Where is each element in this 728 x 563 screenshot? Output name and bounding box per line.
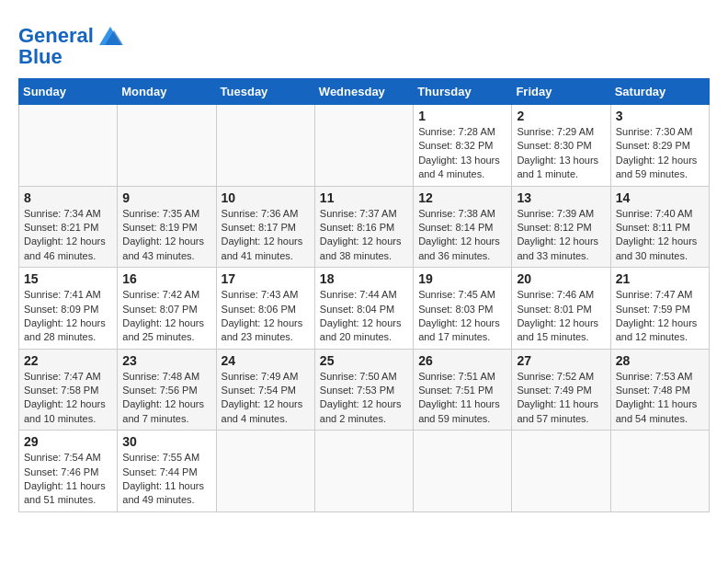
calendar-cell: 26 Sunrise: 7:51 AM Sunset: 7:51 PM Dayl… bbox=[414, 349, 512, 431]
page-header: General Blue bbox=[18, 18, 710, 69]
calendar-cell: 16 Sunrise: 7:42 AM Sunset: 8:07 PM Dayl… bbox=[118, 268, 216, 350]
day-number: 26 bbox=[418, 353, 506, 368]
day-number: 1 bbox=[418, 109, 506, 123]
logo-icon bbox=[96, 23, 125, 49]
calendar-cell bbox=[512, 431, 610, 512]
col-header-monday: Monday bbox=[118, 79, 216, 105]
calendar-row: 1 Sunrise: 7:28 AM Sunset: 8:32 PM Dayli… bbox=[19, 105, 710, 187]
day-info: Sunrise: 7:38 AM Sunset: 8:14 PM Dayligh… bbox=[418, 207, 506, 264]
calendar-row: 8 Sunrise: 7:34 AM Sunset: 8:21 PM Dayli… bbox=[19, 186, 710, 268]
day-number: 28 bbox=[616, 353, 704, 368]
day-number: 20 bbox=[517, 271, 605, 286]
calendar-cell: 10 Sunrise: 7:36 AM Sunset: 8:17 PM Dayl… bbox=[216, 186, 314, 268]
day-info: Sunrise: 7:42 AM Sunset: 8:07 PM Dayligh… bbox=[122, 288, 210, 345]
day-info: Sunrise: 7:45 AM Sunset: 8:03 PM Dayligh… bbox=[418, 288, 506, 345]
day-number: 11 bbox=[320, 190, 408, 205]
col-header-friday: Friday bbox=[512, 79, 610, 105]
day-number: 12 bbox=[418, 190, 506, 205]
day-info: Sunrise: 7:50 AM Sunset: 7:53 PM Dayligh… bbox=[320, 370, 408, 427]
day-number: 10 bbox=[222, 190, 310, 205]
day-info: Sunrise: 7:46 AM Sunset: 8:01 PM Dayligh… bbox=[517, 288, 605, 345]
calendar-cell: 17 Sunrise: 7:43 AM Sunset: 8:06 PM Dayl… bbox=[216, 268, 314, 350]
calendar-cell bbox=[314, 431, 413, 512]
logo: General Blue bbox=[18, 23, 125, 69]
day-number: 18 bbox=[320, 271, 408, 286]
day-info: Sunrise: 7:39 AM Sunset: 8:12 PM Dayligh… bbox=[517, 207, 605, 264]
calendar-cell: 22 Sunrise: 7:47 AM Sunset: 7:58 PM Dayl… bbox=[19, 349, 118, 431]
day-number: 24 bbox=[222, 353, 310, 368]
calendar-cell: 14 Sunrise: 7:40 AM Sunset: 8:11 PM Dayl… bbox=[610, 186, 709, 268]
day-info: Sunrise: 7:34 AM Sunset: 8:21 PM Dayligh… bbox=[24, 207, 112, 264]
col-header-tuesday: Tuesday bbox=[216, 79, 314, 105]
col-header-sunday: Sunday bbox=[19, 79, 118, 105]
calendar-cell bbox=[314, 105, 413, 187]
day-info: Sunrise: 7:47 AM Sunset: 7:58 PM Dayligh… bbox=[24, 370, 112, 427]
day-number: 14 bbox=[616, 190, 704, 205]
day-info: Sunrise: 7:36 AM Sunset: 8:17 PM Dayligh… bbox=[222, 207, 310, 264]
calendar-cell: 27 Sunrise: 7:52 AM Sunset: 7:49 PM Dayl… bbox=[512, 349, 610, 431]
col-header-saturday: Saturday bbox=[610, 79, 709, 105]
day-info: Sunrise: 7:54 AM Sunset: 7:46 PM Dayligh… bbox=[24, 451, 112, 508]
day-number: 21 bbox=[616, 271, 704, 286]
calendar-row: 29 Sunrise: 7:54 AM Sunset: 7:46 PM Dayl… bbox=[19, 431, 710, 512]
day-info: Sunrise: 7:43 AM Sunset: 8:06 PM Dayligh… bbox=[222, 288, 310, 345]
calendar-row: 15 Sunrise: 7:41 AM Sunset: 8:09 PM Dayl… bbox=[19, 268, 710, 350]
col-header-thursday: Thursday bbox=[414, 79, 512, 105]
calendar-cell: 1 Sunrise: 7:28 AM Sunset: 8:32 PM Dayli… bbox=[414, 105, 512, 187]
day-info: Sunrise: 7:47 AM Sunset: 7:59 PM Dayligh… bbox=[616, 288, 704, 345]
calendar-cell: 23 Sunrise: 7:48 AM Sunset: 7:56 PM Dayl… bbox=[118, 349, 216, 431]
day-number: 30 bbox=[122, 434, 210, 449]
logo-text: General bbox=[18, 25, 94, 47]
day-info: Sunrise: 7:44 AM Sunset: 8:04 PM Dayligh… bbox=[320, 288, 408, 345]
calendar-cell: 9 Sunrise: 7:35 AM Sunset: 8:19 PM Dayli… bbox=[118, 186, 216, 268]
day-info: Sunrise: 7:37 AM Sunset: 8:16 PM Dayligh… bbox=[320, 207, 408, 264]
day-info: Sunrise: 7:51 AM Sunset: 7:51 PM Dayligh… bbox=[418, 370, 506, 427]
calendar-cell bbox=[610, 431, 709, 512]
calendar-cell: 30 Sunrise: 7:55 AM Sunset: 7:44 PM Dayl… bbox=[118, 431, 216, 512]
day-info: Sunrise: 7:35 AM Sunset: 8:19 PM Dayligh… bbox=[122, 207, 210, 264]
day-number: 2 bbox=[517, 109, 605, 123]
day-number: 13 bbox=[517, 190, 605, 205]
calendar-cell: 12 Sunrise: 7:38 AM Sunset: 8:14 PM Dayl… bbox=[414, 186, 512, 268]
day-number: 23 bbox=[122, 353, 210, 368]
day-info: Sunrise: 7:28 AM Sunset: 8:32 PM Dayligh… bbox=[418, 125, 506, 182]
day-info: Sunrise: 7:49 AM Sunset: 7:54 PM Dayligh… bbox=[222, 370, 310, 427]
day-number: 22 bbox=[24, 353, 112, 368]
calendar-cell: 29 Sunrise: 7:54 AM Sunset: 7:46 PM Dayl… bbox=[19, 431, 118, 512]
calendar-cell: 21 Sunrise: 7:47 AM Sunset: 7:59 PM Dayl… bbox=[610, 268, 709, 350]
calendar-cell bbox=[216, 105, 314, 187]
calendar-cell: 8 Sunrise: 7:34 AM Sunset: 8:21 PM Dayli… bbox=[19, 186, 118, 268]
calendar-header: SundayMondayTuesdayWednesdayThursdayFrid… bbox=[19, 79, 710, 105]
calendar-row: 22 Sunrise: 7:47 AM Sunset: 7:58 PM Dayl… bbox=[19, 349, 710, 431]
calendar-cell: 24 Sunrise: 7:49 AM Sunset: 7:54 PM Dayl… bbox=[216, 349, 314, 431]
day-number: 15 bbox=[24, 271, 112, 286]
calendar-cell: 19 Sunrise: 7:45 AM Sunset: 8:03 PM Dayl… bbox=[414, 268, 512, 350]
day-number: 17 bbox=[222, 271, 310, 286]
day-number: 29 bbox=[24, 434, 112, 449]
day-info: Sunrise: 7:29 AM Sunset: 8:30 PM Dayligh… bbox=[517, 125, 605, 182]
calendar-cell: 25 Sunrise: 7:50 AM Sunset: 7:53 PM Dayl… bbox=[314, 349, 413, 431]
calendar-cell bbox=[414, 431, 512, 512]
calendar-cell bbox=[118, 105, 216, 187]
calendar-cell bbox=[216, 431, 314, 512]
day-number: 8 bbox=[24, 190, 112, 205]
calendar-cell bbox=[19, 105, 118, 187]
day-number: 25 bbox=[320, 353, 408, 368]
calendar-cell: 15 Sunrise: 7:41 AM Sunset: 8:09 PM Dayl… bbox=[19, 268, 118, 350]
calendar-table: SundayMondayTuesdayWednesdayThursdayFrid… bbox=[18, 78, 710, 512]
day-info: Sunrise: 7:53 AM Sunset: 7:48 PM Dayligh… bbox=[616, 370, 704, 427]
calendar-cell: 28 Sunrise: 7:53 AM Sunset: 7:48 PM Dayl… bbox=[610, 349, 709, 431]
day-number: 27 bbox=[517, 353, 605, 368]
day-info: Sunrise: 7:55 AM Sunset: 7:44 PM Dayligh… bbox=[122, 451, 210, 508]
day-number: 16 bbox=[122, 271, 210, 286]
calendar-cell: 3 Sunrise: 7:30 AM Sunset: 8:29 PM Dayli… bbox=[610, 105, 709, 187]
day-info: Sunrise: 7:41 AM Sunset: 8:09 PM Dayligh… bbox=[24, 288, 112, 345]
day-number: 9 bbox=[122, 190, 210, 205]
calendar-cell: 18 Sunrise: 7:44 AM Sunset: 8:04 PM Dayl… bbox=[314, 268, 413, 350]
col-header-wednesday: Wednesday bbox=[314, 79, 413, 105]
day-number: 19 bbox=[418, 271, 506, 286]
day-info: Sunrise: 7:30 AM Sunset: 8:29 PM Dayligh… bbox=[616, 125, 704, 182]
day-info: Sunrise: 7:48 AM Sunset: 7:56 PM Dayligh… bbox=[122, 370, 210, 427]
calendar-cell: 2 Sunrise: 7:29 AM Sunset: 8:30 PM Dayli… bbox=[512, 105, 610, 187]
calendar-cell: 13 Sunrise: 7:39 AM Sunset: 8:12 PM Dayl… bbox=[512, 186, 610, 268]
